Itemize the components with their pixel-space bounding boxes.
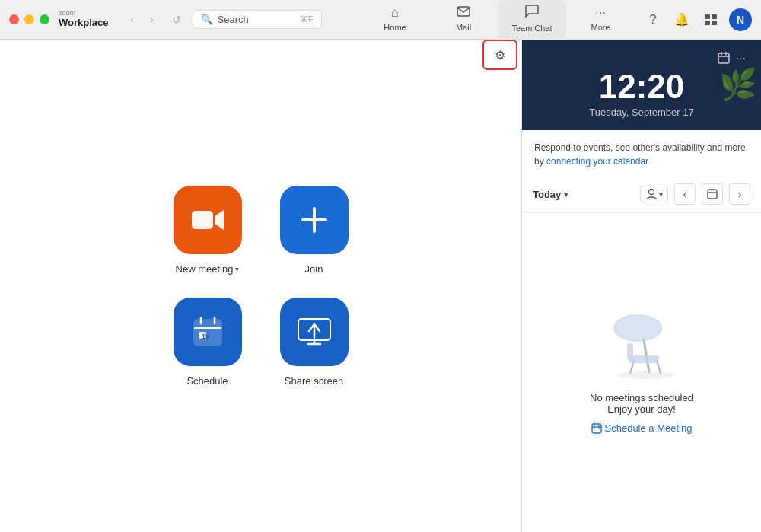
calendar-connect-text: Respond to events, see other's availabil… <box>534 141 749 168</box>
join-button[interactable] <box>280 186 349 254</box>
share-screen-item[interactable]: Share screen <box>280 298 349 387</box>
svg-rect-2 <box>712 14 717 19</box>
brand-name-label: Workplace <box>59 17 109 29</box>
svg-rect-4 <box>712 21 717 25</box>
calendar-connect-section: Respond to events, see other's availabil… <box>522 130 761 176</box>
close-button[interactable] <box>9 14 19 24</box>
back-button[interactable]: ‹ <box>124 11 141 28</box>
user-filter-button[interactable]: ▾ <box>640 186 668 202</box>
svg-point-22 <box>649 190 654 195</box>
clock-widget: ··· 12:20 Tuesday, September 17 🌿 <box>522 40 761 130</box>
settings-button[interactable]: ⚙ <box>482 40 517 70</box>
tab-more[interactable]: ··· More <box>566 0 635 40</box>
more-icon: ··· <box>595 5 606 21</box>
maximize-button[interactable] <box>40 14 49 24</box>
help-button[interactable]: ? <box>642 9 664 30</box>
action-grid: New meeting ▾ Join <box>174 186 349 387</box>
clock-date: Tuesday, September 17 <box>589 107 693 118</box>
calendar-nav: Today ▾ ▾ ‹ › <box>522 176 761 213</box>
right-panel: ⚙ ··· 12:20 Tuesday, September 17 🌿 <box>521 40 761 532</box>
left-area: New meeting ▾ Join <box>0 40 521 532</box>
calendar-next-button[interactable]: › <box>729 183 750 205</box>
new-meeting-button[interactable] <box>174 186 242 254</box>
empty-title: No meetings scheduled <box>590 392 693 403</box>
tab-home[interactable]: ⌂ Home <box>361 0 429 40</box>
search-icon: 🔍 <box>201 14 213 25</box>
apps-button[interactable] <box>700 9 721 30</box>
svg-text:19: 19 <box>202 333 209 340</box>
clock-time: 12:20 <box>599 70 685 104</box>
title-bar-right: ? 🔔 N <box>642 8 752 31</box>
schedule-button[interactable]: 19 <box>174 298 242 366</box>
beach-illustration <box>600 311 683 380</box>
home-icon: ⌂ <box>391 5 399 21</box>
notifications-button[interactable]: 🔔 <box>671 9 693 30</box>
team-chat-icon <box>525 5 539 21</box>
calendar-today-button[interactable] <box>702 183 723 205</box>
user-avatar[interactable]: N <box>729 8 752 31</box>
tab-home-label: Home <box>384 23 406 32</box>
top-nav: ⌂ Home Mail Team Chat ··· More <box>361 0 635 40</box>
tab-mail[interactable]: Mail <box>429 0 498 40</box>
new-meeting-label: New meeting ▾ <box>176 263 240 275</box>
svg-rect-3 <box>705 21 710 25</box>
svg-rect-31 <box>627 343 633 360</box>
tab-team-chat[interactable]: Team Chat <box>498 0 566 40</box>
today-chevron-icon: ▾ <box>564 190 568 199</box>
calendar-empty-state: No meetings scheduled Enjoy your day! Sc… <box>522 213 761 532</box>
history-button[interactable]: ↺ <box>168 11 185 28</box>
calendar-prev-button[interactable]: ‹ <box>674 183 696 205</box>
tab-mail-label: Mail <box>456 23 471 32</box>
user-filter-chevron-icon: ▾ <box>659 190 663 199</box>
plant-decoration: 🌿 <box>715 40 761 130</box>
traffic-lights <box>9 14 49 24</box>
today-button[interactable]: Today ▾ <box>533 189 568 200</box>
svg-rect-5 <box>192 211 213 229</box>
join-label: Join <box>305 263 323 275</box>
new-meeting-arrow-icon: ▾ <box>235 265 239 273</box>
tab-more-label: More <box>591 23 610 32</box>
svg-rect-0 <box>457 7 470 16</box>
empty-subtitle: Enjoy your day! <box>607 403 676 415</box>
svg-point-32 <box>616 371 674 379</box>
minimize-button[interactable] <box>24 14 34 24</box>
gear-icon: ⚙ <box>495 48 505 62</box>
svg-rect-1 <box>705 14 710 19</box>
search-label: Search <box>218 14 295 25</box>
nav-arrows: ‹ › <box>124 11 161 28</box>
new-meeting-item[interactable]: New meeting ▾ <box>174 186 242 275</box>
svg-rect-23 <box>708 190 717 199</box>
today-label: Today <box>533 189 561 200</box>
schedule-meeting-link[interactable]: Schedule a Meeting <box>591 422 693 434</box>
brand-zoom-label: zoom <box>59 10 109 17</box>
search-shortcut: ⌘F <box>300 14 314 24</box>
share-screen-label: Share screen <box>285 375 343 387</box>
search-bar[interactable]: 🔍 Search ⌘F <box>193 10 322 29</box>
connect-calendar-link[interactable]: connecting your calendar <box>546 156 648 167</box>
tab-team-chat-label: Team Chat <box>511 24 552 33</box>
app-brand: zoom Workplace <box>59 10 109 29</box>
svg-rect-33 <box>592 424 601 433</box>
mail-icon <box>457 5 470 21</box>
forward-button[interactable]: › <box>144 11 161 28</box>
clock-widget-header: ··· <box>537 52 746 67</box>
join-item[interactable]: Join <box>280 186 349 275</box>
title-bar: zoom Workplace ‹ › ↺ 🔍 Search ⌘F ⌂ Home … <box>0 0 761 40</box>
svg-point-27 <box>616 317 659 339</box>
schedule-item[interactable]: 19 Schedule <box>174 298 242 387</box>
main-layout: New meeting ▾ Join <box>0 40 761 532</box>
schedule-meeting-label: Schedule a Meeting <box>605 422 693 434</box>
schedule-label: Schedule <box>186 375 228 387</box>
share-screen-button[interactable] <box>280 298 349 366</box>
